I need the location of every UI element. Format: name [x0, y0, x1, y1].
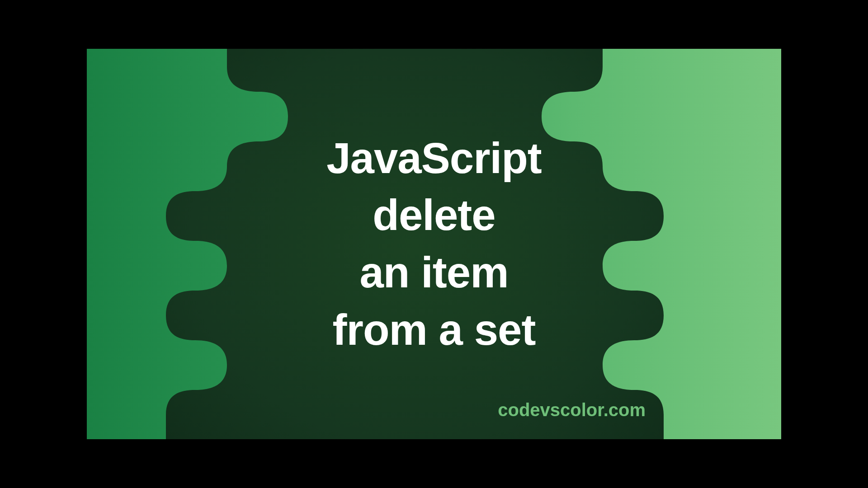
watermark-text: codevscolor.com: [498, 400, 646, 420]
title-container: JavaScript delete an item from a set: [87, 49, 781, 439]
outer-container: JavaScript delete an item from a set cod…: [0, 0, 868, 488]
hero-title: JavaScript delete an item from a set: [326, 130, 542, 359]
hero-card: JavaScript delete an item from a set cod…: [87, 49, 781, 439]
